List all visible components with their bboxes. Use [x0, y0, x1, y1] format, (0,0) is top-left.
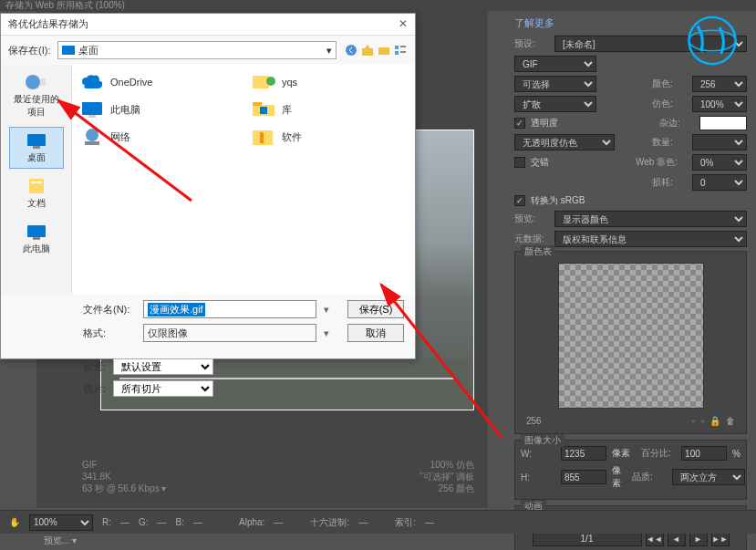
svg-rect-7: [400, 46, 406, 47]
svg-rect-3: [362, 48, 373, 56]
zoom-select[interactable]: 100%: [29, 514, 93, 531]
settings-select[interactable]: 默认设置: [113, 358, 213, 375]
hand-tool-icon[interactable]: ✋: [9, 517, 20, 527]
svg-rect-5: [395, 46, 399, 49]
svg-point-0: [689, 17, 735, 64]
file-onedrive[interactable]: OneDrive: [79, 72, 236, 92]
file-software[interactable]: 软件: [251, 127, 408, 147]
sidebar-item-recent[interactable]: 最近使用的项目: [9, 68, 64, 123]
frame-display: 1/1: [533, 532, 642, 546]
location-select[interactable]: 桌面 ▾: [57, 41, 337, 59]
svg-point-23: [86, 129, 98, 141]
svg-point-9: [26, 75, 40, 89]
canvas-info-left: GIF 341.8K 63 秒 @ 56.6 Kbps ▾: [82, 459, 166, 494]
image-size-section: 图像大小 W: 像素 百分比: % H: 像素 品质: 两次立方: [514, 440, 747, 500]
window-title: 存储为 Web 所用格式 (100%): [5, 0, 125, 10]
last-frame-button[interactable]: ►►: [711, 532, 730, 546]
height-input[interactable]: [561, 470, 606, 484]
slices-label: 切片:: [83, 382, 106, 396]
svg-rect-19: [88, 115, 96, 118]
percent-input[interactable]: [681, 446, 727, 461]
file-list: OneDrive yqs 此电脑 库 网络 软件: [72, 65, 415, 295]
ct-icon-1[interactable]: ▫: [692, 416, 696, 426]
svg-rect-8: [400, 51, 406, 53]
sidebar-item-desktop[interactable]: 桌面: [9, 127, 64, 169]
sidebar-item-computer[interactable]: 此电脑: [9, 218, 64, 260]
web-snap-select[interactable]: 0%: [692, 154, 747, 171]
ct-icon-3[interactable]: 🔒: [709, 416, 720, 426]
ct-icon-2[interactable]: ▫: [700, 416, 704, 426]
transparency-checkbox[interactable]: ✓: [514, 118, 525, 129]
quality-select[interactable]: 两次立方: [672, 469, 745, 485]
reduction-select[interactable]: 可选择: [514, 76, 596, 92]
dialog-cancel-button[interactable]: 取消: [347, 324, 404, 342]
color-table[interactable]: [558, 263, 704, 409]
status-bar: ✋ 100% R:— G:— B:— Alpha:— 十六进制:— 索引:—: [0, 510, 756, 534]
sidebar-item-documents[interactable]: 文档: [9, 172, 64, 214]
desktop-icon: [62, 46, 75, 55]
svg-rect-11: [33, 146, 40, 149]
svg-rect-4: [378, 47, 389, 55]
svg-rect-6: [395, 51, 399, 55]
close-icon[interactable]: ✕: [399, 17, 408, 31]
window-title-bar: 存储为 Web 所用格式 (100%): [0, 0, 756, 11]
svg-rect-15: [33, 237, 40, 240]
svg-rect-21: [253, 102, 262, 106]
dialog-title: 将优化结果存储为: [8, 17, 88, 31]
canvas-info-right: 100% 仿色 "可选择" 调板 256 颜色: [419, 459, 474, 494]
filename-label: 文件名(N):: [83, 303, 136, 317]
svg-rect-18: [82, 102, 102, 115]
matte-color[interactable]: [699, 116, 747, 130]
settings-label: 设置:: [83, 360, 106, 374]
next-frame-button[interactable]: ►: [689, 532, 708, 546]
slices-select[interactable]: 所有切片: [113, 380, 213, 397]
filename-input[interactable]: 漫画效果.gif: [143, 300, 316, 318]
preview-select[interactable]: 显示器颜色: [554, 211, 747, 227]
globe-icon: [676, 11, 749, 70]
format-select[interactable]: 仅限图像: [143, 324, 316, 342]
srgb-checkbox[interactable]: ✓: [514, 195, 525, 206]
back-icon[interactable]: [344, 43, 358, 57]
right-panel: 了解更多 预设: [未命名] GIF 可选择 颜色: 256 扩散 仿色: 10…: [505, 11, 756, 522]
save-in-label: 保存在(I):: [8, 44, 50, 57]
prev-frame-button[interactable]: ◄: [668, 532, 686, 546]
diffusion-select[interactable]: 扩散: [514, 96, 596, 112]
dither-select[interactable]: 100%: [692, 96, 747, 112]
trans-dither-select[interactable]: 无透明度仿色: [514, 134, 615, 150]
file-network[interactable]: 网络: [79, 127, 236, 147]
metadata-select[interactable]: 版权和联系信息: [554, 231, 747, 247]
svg-rect-14: [27, 225, 46, 237]
save-dialog: 将优化结果存储为 ✕ 保存在(I): 桌面 ▾: [0, 13, 416, 359]
new-folder-icon[interactable]: [377, 43, 391, 57]
preview-button[interactable]: 预览... ▾: [36, 532, 84, 550]
file-this-pc[interactable]: 此电脑: [79, 99, 236, 119]
lossy-select[interactable]: 0: [692, 174, 747, 191]
svg-rect-13: [31, 182, 42, 183]
amount-select[interactable]: [692, 134, 747, 150]
color-table-section: 颜色表 256 ▫ ▫ 🔒 🗑: [514, 251, 747, 434]
up-icon[interactable]: [360, 43, 375, 57]
format-select[interactable]: GIF: [514, 56, 596, 72]
svg-point-17: [266, 77, 275, 86]
dialog-sidebar: 最近使用的项目 桌面 文档 此电脑: [1, 65, 72, 295]
file-libraries[interactable]: 库: [251, 99, 408, 119]
colors-select[interactable]: 256: [692, 76, 747, 92]
svg-rect-12: [29, 179, 44, 193]
view-icon[interactable]: [393, 43, 408, 57]
dialog-titlebar: 将优化结果存储为 ✕: [1, 14, 415, 36]
svg-rect-24: [85, 141, 99, 145]
svg-rect-22: [260, 107, 267, 114]
first-frame-button[interactable]: ◄◄: [646, 532, 664, 546]
dialog-save-button[interactable]: 保存(S): [347, 300, 404, 318]
width-input[interactable]: [561, 446, 606, 461]
svg-point-2: [346, 45, 357, 56]
ct-delete-icon[interactable]: 🗑: [726, 416, 735, 426]
file-yqs[interactable]: yqs: [251, 72, 408, 92]
svg-point-1: [689, 30, 735, 50]
preset-label: 预设:: [514, 37, 549, 50]
format-label: 格式:: [83, 327, 136, 340]
svg-rect-10: [27, 134, 46, 146]
svg-rect-26: [260, 132, 264, 143]
interlaced-checkbox[interactable]: [514, 157, 525, 168]
